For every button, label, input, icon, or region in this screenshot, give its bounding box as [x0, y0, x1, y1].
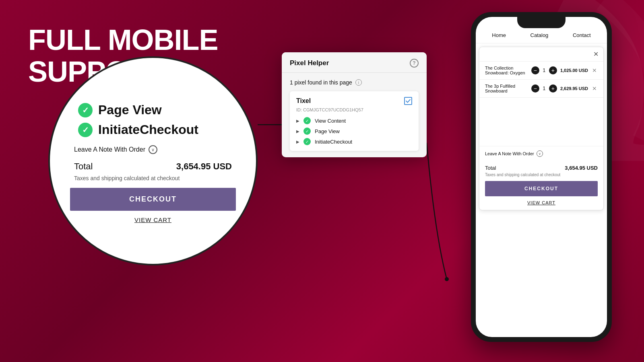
- cart-viewcart-button[interactable]: VIEW CART: [479, 200, 603, 210]
- cart-item-price-1: 1,025.00 USD: [560, 68, 588, 73]
- cart-total-value: 3,654.95 USD: [565, 165, 598, 171]
- circle-event-page-view: ✓ Page View: [78, 103, 162, 117]
- cart-note-chevron-icon: ∨: [537, 150, 543, 157]
- tixel-header: Tixel: [296, 97, 412, 105]
- pixel-found-row: 1 pixel found in this page i: [290, 79, 419, 86]
- circle-cart-content: Leave A Note With Order ∨ Total 3,654.95…: [62, 145, 244, 223]
- circle-note-chevron-icon: ∨: [149, 145, 157, 154]
- cart-item-controls-2: − 1 +: [531, 84, 557, 93]
- circle-total-value: 3,654.95 USD: [176, 161, 232, 172]
- circle-total-row: Total 3,654.95 USD: [70, 161, 236, 172]
- pixel-found-info-icon: i: [355, 79, 362, 86]
- tixel-check-icon-3: ✓: [303, 138, 311, 145]
- tixel-name: Tixel: [296, 97, 311, 105]
- phone-screen: Home Catalog Contact ✕ The Collection Sn…: [476, 17, 607, 337]
- check-icon-initiate-checkout: ✓: [78, 123, 93, 137]
- cart-item-controls-1: − 1 +: [531, 66, 557, 74]
- qty-value-1: 1: [541, 68, 547, 73]
- tixel-check-icon-2: ✓: [303, 128, 311, 135]
- cart-item-remove-btn-1[interactable]: ✕: [591, 67, 598, 74]
- circle-event-label-2: InitiateCheckout: [98, 122, 198, 137]
- circle-event-label-1: Page View: [98, 103, 162, 117]
- phone-mockup: Home Catalog Contact ✕ The Collection Sn…: [471, 12, 612, 342]
- cart-item-price-2: 2,629.95 USD: [560, 86, 588, 91]
- tixel-arrow-icon-1: ▶: [296, 119, 299, 123]
- headline-line1: FULL MOBILE: [28, 24, 218, 56]
- phone-nav-contact[interactable]: Contact: [573, 32, 591, 38]
- cart-panel-header: ✕: [479, 47, 603, 62]
- circle-checkout-button[interactable]: CHECKOUT: [70, 188, 236, 211]
- cart-item-name-2: The 3p Fulfilled Snowboard: [485, 84, 528, 93]
- svg-point-1: [445, 277, 449, 281]
- cart-note-label: Leave A Note With Order: [485, 151, 534, 156]
- circle-tax-text: Taxes and shipping calculated at checkou…: [70, 175, 236, 181]
- pixel-found-text: 1 pixel found in this page: [290, 79, 352, 86]
- cart-total-row: Total 3,654.95 USD: [479, 161, 603, 173]
- cart-item-remove-btn-2[interactable]: ✕: [591, 85, 598, 92]
- tixel-event-name-3: InitiateCheckout: [315, 139, 352, 145]
- phone-cart-panel: ✕ The Collection Snowboard: Oxygen − 1 +…: [479, 47, 604, 210]
- phone-nav-home[interactable]: Home: [492, 32, 506, 38]
- cart-close-button[interactable]: ✕: [593, 50, 599, 58]
- qty-value-2: 1: [541, 86, 547, 91]
- tixel-event-list: ▶ ✓ View Content ▶ ✓ Page View ▶ ✓ Initi…: [296, 117, 412, 145]
- cart-item-name-1: The Collection Snowboard: Oxygen: [485, 66, 528, 75]
- cart-checkout-button[interactable]: CHECKOUT: [485, 181, 598, 196]
- cart-total-label: Total: [485, 165, 496, 171]
- pixel-helper-header: Pixel Helper ?: [282, 52, 427, 73]
- qty-increase-btn-2[interactable]: +: [549, 84, 557, 93]
- circle-note-row: Leave A Note With Order ∨: [70, 145, 236, 154]
- pixel-helper-title: Pixel Helper: [290, 59, 329, 67]
- tixel-arrow-icon-2: ▶: [296, 129, 299, 134]
- circle-event-list: ✓ Page View ✓ InitiateCheckout: [62, 103, 244, 137]
- phone-nav-catalog[interactable]: Catalog: [530, 32, 549, 38]
- circle-event-initiate-checkout: ✓ InitiateCheckout: [78, 122, 198, 137]
- tixel-check-icon-1: ✓: [303, 117, 311, 124]
- helper-info-icon[interactable]: ?: [410, 59, 419, 68]
- tixel-event-row-1: ▶ ✓ View Content: [296, 117, 412, 124]
- check-icon-page-view: ✓: [78, 103, 93, 117]
- cart-item-row-1: The Collection Snowboard: Oxygen − 1 + 1…: [479, 62, 603, 80]
- tixel-event-row-2: ▶ ✓ Page View: [296, 128, 412, 135]
- qty-decrease-btn-1[interactable]: −: [531, 66, 539, 74]
- qty-increase-btn-1[interactable]: +: [549, 66, 557, 74]
- tixel-arrow-icon-3: ▶: [296, 140, 299, 144]
- circle-magnifier: ✓ Page View ✓ InitiateCheckout Leave A N…: [48, 56, 258, 265]
- cart-note-row: Leave A Note With Order ∨: [479, 146, 603, 161]
- tixel-section: Tixel ID: CGMJGTCC97UCDDG1HQ57 ▶ ✓ View …: [290, 91, 419, 151]
- circle-viewcart-button[interactable]: VIEW CART: [134, 216, 171, 223]
- cart-tax-text: Taxes and shipping calculated at checkou…: [479, 173, 603, 181]
- tixel-event-name-2: Page View: [315, 128, 340, 134]
- tixel-id: ID: CGMJGTCC97UCDDG1HQ57: [296, 107, 412, 112]
- qty-decrease-btn-2[interactable]: −: [531, 84, 539, 93]
- circle-note-label: Leave A Note With Order: [74, 146, 145, 153]
- pixel-helper-body: 1 pixel found in this page i Tixel ID: C…: [282, 73, 427, 157]
- tixel-checkbox[interactable]: [404, 97, 412, 105]
- circle-total-label: Total: [74, 161, 93, 172]
- phone-notch: [517, 17, 566, 28]
- cart-item-row-2: The 3p Fulfilled Snowboard − 1 + 2,629.9…: [479, 80, 603, 98]
- pixel-helper-popup: Pixel Helper ? 1 pixel found in this pag…: [282, 52, 427, 157]
- tixel-event-row-3: ▶ ✓ InitiateCheckout: [296, 138, 412, 145]
- tixel-event-name-1: View Content: [315, 118, 346, 124]
